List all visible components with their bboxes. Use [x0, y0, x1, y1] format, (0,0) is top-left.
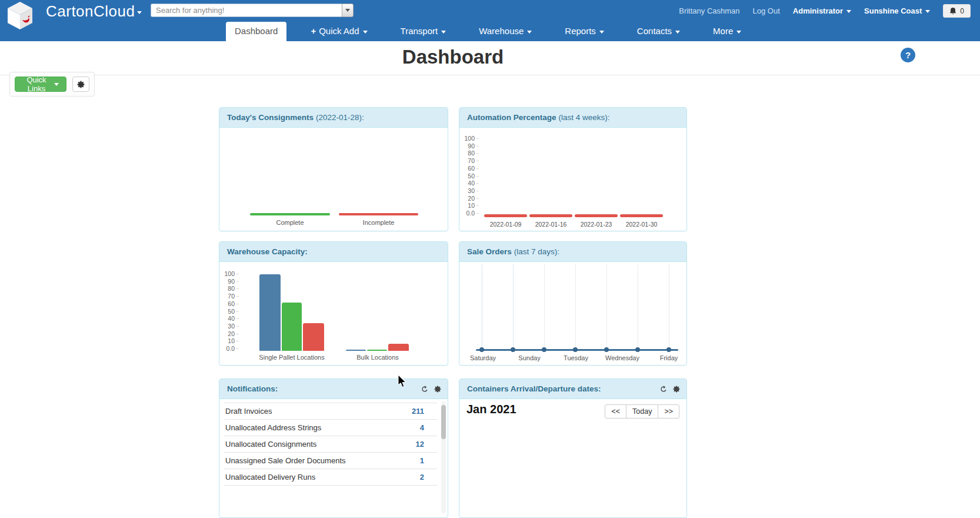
- x-axis-label: Single Pallet Locations: [259, 354, 324, 361]
- tab-dashboard[interactable]: Dashboard: [226, 22, 286, 41]
- x-axis-label: Incomplete: [363, 219, 395, 226]
- panel-settings-button[interactable]: [672, 385, 681, 393]
- bar-complete: [250, 213, 330, 215]
- notification-count-link[interactable]: 211: [412, 403, 424, 420]
- x-axis-label: Sunday: [518, 354, 540, 361]
- y-axis-tick: 0.0: [459, 210, 475, 217]
- notification-count-link[interactable]: 4: [420, 420, 424, 436]
- panel-automation-percentage: Automation Percentage(last 4 weeks): 100…: [459, 107, 687, 231]
- x-axis-label: 2022-01-23: [581, 221, 612, 228]
- notification-count-link[interactable]: 1: [420, 453, 424, 469]
- panel-title: Automation Percentage(last 4 weeks):: [459, 108, 686, 128]
- data-point: [635, 347, 640, 352]
- tab-reports[interactable]: Reports: [556, 22, 613, 41]
- bar-week-2: [529, 214, 572, 217]
- list-item: Unallocated Consignments12: [224, 436, 437, 453]
- list-item: Draft Invoices211: [224, 403, 437, 420]
- y-axis-tickmark: [476, 176, 479, 177]
- panel-title-text: Automation Percentage: [467, 113, 556, 122]
- notifications-bell-button[interactable]: 0: [943, 4, 971, 18]
- role-menu[interactable]: Administrator: [793, 6, 851, 15]
- notification-count-link[interactable]: 12: [416, 436, 424, 453]
- bar-single-pallet-locations-2: [303, 323, 324, 351]
- gridline: [482, 264, 482, 351]
- x-axis-label: Tuesday: [564, 354, 588, 361]
- chevron-down-icon: [137, 11, 142, 14]
- plus-icon: +: [311, 26, 316, 36]
- tab-more[interactable]: More: [704, 22, 750, 41]
- notification-count-link[interactable]: 2: [420, 469, 424, 486]
- panel-title-text: Sale Orders: [467, 247, 512, 256]
- y-axis-tick: 10: [219, 337, 235, 344]
- cartoncloud-logo-icon[interactable]: [5, 1, 35, 31]
- tab-transport[interactable]: Transport: [392, 22, 455, 41]
- calendar-today-button[interactable]: Today: [626, 404, 658, 419]
- brand-menu[interactable]: CartonCloud: [46, 2, 142, 21]
- chevron-down-icon: [599, 31, 604, 34]
- y-axis-tick: 70: [459, 157, 475, 164]
- panel-title: Notifications:: [219, 379, 448, 399]
- panel-containers-dates: Containers Arrival/Departure dates: Jan …: [459, 378, 687, 518]
- bar-week-4: [620, 214, 663, 217]
- panel-title: Warehouse Capacity:: [219, 242, 448, 262]
- gridline: [669, 264, 669, 351]
- automation-chart: 1009080706050403020100.02022-01-092022-0…: [459, 128, 686, 230]
- y-axis-tickmark: [476, 161, 479, 161]
- search-dropdown-button[interactable]: [342, 4, 354, 17]
- panel-warehouse-capacity: Warehouse Capacity: 10090807060504030201…: [219, 241, 448, 366]
- calendar-next-button[interactable]: >>: [658, 404, 679, 419]
- notification-label: Unallocated Delivery Runs: [225, 473, 315, 482]
- refresh-button[interactable]: [659, 385, 668, 393]
- tab-contacts[interactable]: Contacts: [628, 22, 689, 41]
- bell-count: 0: [960, 7, 964, 15]
- y-axis-tick: 100: [459, 135, 475, 142]
- gridline: [638, 264, 638, 351]
- chevron-down-icon: [363, 31, 368, 34]
- page-header: Dashboard ?: [0, 41, 980, 75]
- chevron-down-icon: [345, 9, 350, 12]
- list-item: Unallocated Delivery Runs2: [224, 469, 437, 486]
- panel-sale-orders: Sale Orders(last 7 days): SaturdaySunday…: [459, 241, 687, 366]
- panel-settings-button[interactable]: [434, 385, 442, 393]
- y-axis-tick: 40: [219, 315, 235, 322]
- data-point: [479, 347, 484, 352]
- data-point: [573, 347, 578, 352]
- scrollbar-thumb[interactable]: [441, 405, 446, 439]
- y-axis-tickmark: [236, 288, 239, 289]
- quick-links-button[interactable]: Quick Links: [15, 77, 66, 92]
- panel-notifications: Notifications: Draft Invoices211Unalloca…: [219, 378, 448, 518]
- notifications-list: Draft Invoices211Unallocated Address Str…: [224, 403, 437, 486]
- y-axis-tick: 60: [219, 300, 235, 307]
- panel-title: Sale Orders(last 7 days):: [459, 242, 686, 262]
- y-axis-tickmark: [236, 326, 239, 327]
- refresh-button[interactable]: [421, 385, 429, 393]
- x-axis-label: Bulk Locations: [356, 354, 399, 361]
- user-name-link[interactable]: Brittany Cashman: [679, 6, 739, 15]
- y-axis-tickmark: [476, 205, 479, 206]
- bar-week-1: [484, 214, 527, 217]
- gear-icon: [672, 385, 681, 393]
- gridline: [606, 264, 607, 351]
- y-axis-tickmark: [236, 348, 239, 349]
- help-button[interactable]: ?: [901, 48, 915, 62]
- page-title: Dashboard: [402, 46, 504, 68]
- bar-bulk-locations-2: [388, 344, 409, 351]
- gridline: [575, 264, 576, 351]
- chevron-down-icon: [675, 31, 680, 34]
- logout-link[interactable]: Log Out: [753, 6, 780, 15]
- x-axis-label: Complete: [276, 219, 304, 226]
- dashboard-settings-button[interactable]: [72, 77, 89, 92]
- tab-quick-add[interactable]: +Quick Add: [302, 22, 376, 41]
- tab-warehouse[interactable]: Warehouse: [470, 22, 541, 41]
- tenant-menu[interactable]: Sunshine Coast: [864, 6, 930, 15]
- y-axis-tick: 70: [219, 293, 235, 300]
- search-input[interactable]: [151, 4, 342, 17]
- nav-tabs: Dashboard+Quick AddTransportWarehouseRep…: [226, 22, 765, 41]
- bar-single-pallet-locations-0: [259, 274, 281, 351]
- calendar-month-label: Jan 2021: [466, 403, 516, 416]
- y-axis-tick: 0.0: [219, 345, 235, 352]
- calendar-prev-button[interactable]: <<: [605, 404, 626, 419]
- chevron-down-icon: [54, 83, 59, 86]
- chevron-down-icon: [527, 31, 532, 34]
- panel-title-text: Notifications:: [227, 384, 278, 393]
